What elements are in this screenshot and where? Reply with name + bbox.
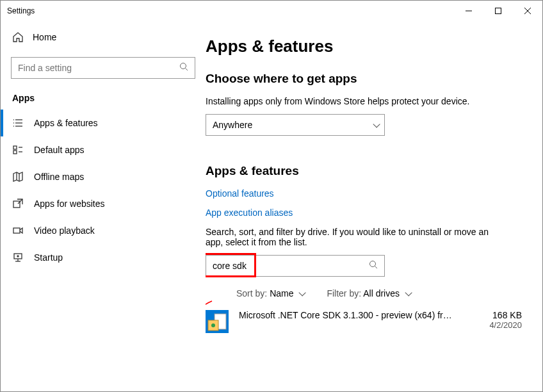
sidebar-item-label: Offline maps: [34, 172, 84, 182]
open-external-icon: [12, 198, 24, 209]
search-icon: [179, 62, 188, 74]
search-icon: [369, 260, 378, 272]
link-app-execution-aliases[interactable]: App execution aliases: [206, 208, 522, 218]
sidebar-item-label: Apps for websites: [34, 199, 105, 209]
chevron-down-icon: [402, 288, 410, 298]
video-icon: [12, 225, 24, 236]
minimize-button[interactable]: [454, 1, 483, 21]
home-label: Home: [33, 32, 56, 42]
chevron-down-icon: [296, 288, 304, 298]
window-title: Settings: [7, 6, 35, 15]
svg-rect-12: [13, 146, 17, 149]
svg-point-4: [181, 63, 186, 69]
svg-line-5: [186, 69, 188, 71]
app-meta: 168 KB 4/2/2020: [489, 310, 522, 330]
window-controls: [454, 1, 542, 21]
list-icon: [12, 117, 24, 129]
find-setting-input[interactable]: [11, 57, 195, 79]
sidebar-item-label: Default apps: [34, 145, 85, 155]
chevron-down-icon: [370, 120, 378, 130]
sidebar-section-apps: Apps: [1, 88, 206, 110]
list-heading: Apps & features: [206, 164, 522, 178]
svg-point-24: [370, 261, 376, 267]
page-title: Apps & features: [206, 37, 522, 56]
sidebar-item-startup[interactable]: Startup: [1, 244, 206, 271]
filter-value: All drives: [363, 288, 400, 298]
sidebar-item-apps-websites[interactable]: Apps for websites: [1, 190, 206, 217]
svg-line-25: [375, 266, 378, 269]
sidebar-item-label: Video playback: [34, 225, 95, 236]
sort-label: Sort by:: [236, 288, 267, 298]
svg-rect-1: [496, 8, 501, 14]
search-help-text: Search, sort, and filter by drive. If yo…: [206, 227, 500, 247]
sort-by-control[interactable]: Sort by: Name: [236, 288, 304, 298]
svg-rect-20: [13, 228, 20, 233]
sort-value: Name: [270, 288, 293, 298]
app-date: 4/2/2020: [489, 320, 522, 330]
sidebar-item-home[interactable]: Home: [1, 25, 206, 49]
dropdown-value: Anywhere: [213, 120, 252, 130]
app-list-item[interactable]: Microsoft .NET Core SDK 3.1.300 - previe…: [206, 310, 522, 333]
titlebar: Settings: [1, 1, 542, 21]
close-button[interactable]: [513, 1, 542, 21]
app-search-input[interactable]: [206, 255, 385, 277]
sidebar: Home Apps Apps & features Default apps: [1, 21, 206, 391]
source-description: Installing apps only from Windows Store …: [206, 96, 522, 106]
filter-by-control[interactable]: Filter by: All drives: [327, 288, 410, 298]
install-source-dropdown[interactable]: Anywhere: [206, 114, 385, 136]
sidebar-item-label: Startup: [34, 252, 63, 263]
startup-icon: [12, 252, 24, 263]
content-pane: Apps & features Choose where to get apps…: [206, 21, 542, 391]
sidebar-item-video-playback[interactable]: Video playback: [1, 217, 206, 244]
home-icon: [12, 31, 24, 43]
svg-rect-18: [13, 201, 20, 208]
sidebar-item-apps-features[interactable]: Apps & features: [1, 110, 206, 136]
app-size: 168 KB: [489, 310, 522, 320]
sidebar-item-default-apps[interactable]: Default apps: [1, 136, 206, 163]
installer-icon: [206, 310, 229, 333]
sidebar-item-offline-maps[interactable]: Offline maps: [1, 163, 206, 190]
source-heading: Choose where to get apps: [206, 72, 522, 86]
sidebar-item-label: Apps & features: [34, 118, 98, 128]
app-search-field[interactable]: [213, 261, 369, 271]
link-optional-features[interactable]: Optional features: [206, 188, 522, 199]
svg-rect-13: [13, 151, 17, 154]
svg-point-23: [17, 256, 19, 257]
defaults-icon: [12, 144, 24, 156]
filter-label: Filter by:: [327, 288, 361, 298]
svg-point-29: [211, 323, 215, 327]
map-icon: [12, 171, 24, 183]
maximize-button[interactable]: [483, 1, 513, 21]
find-setting-field[interactable]: [18, 63, 179, 73]
app-name: Microsoft .NET Core SDK 3.1.300 - previe…: [239, 310, 479, 320]
